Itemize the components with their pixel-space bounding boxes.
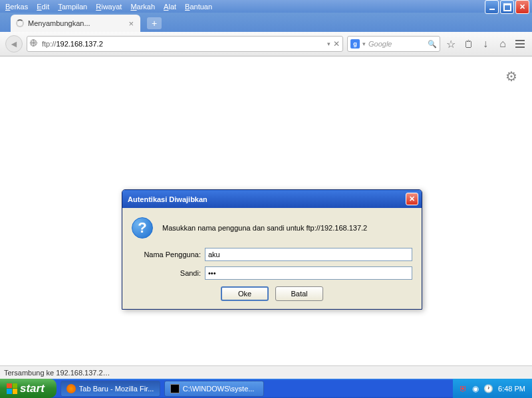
status-text: Tersambung ke 192.168.137.2… bbox=[4, 369, 110, 377]
search-engine-dropdown-icon[interactable]: ▾ bbox=[362, 41, 366, 47]
start-button[interactable]: start bbox=[0, 379, 57, 398]
stop-button[interactable]: ✕ bbox=[333, 39, 340, 49]
loading-spinner-icon bbox=[16, 19, 24, 27]
bookmark-star-icon[interactable]: ☆ bbox=[444, 37, 458, 50]
taskbar-clock[interactable]: 6:48 PM bbox=[498, 385, 525, 393]
question-icon: ? bbox=[132, 217, 153, 239]
new-tab-button[interactable]: + bbox=[147, 17, 162, 29]
dialog-close-button[interactable]: ✕ bbox=[406, 193, 418, 205]
tab-strip: Menyambungkan... × + bbox=[0, 13, 532, 32]
menu-markah[interactable]: Markah bbox=[130, 3, 155, 11]
browser-tab[interactable]: Menyambungkan... × bbox=[11, 15, 140, 32]
username-label: Nama Pengguna: bbox=[132, 250, 205, 258]
search-go-icon[interactable]: 🔍 bbox=[428, 40, 437, 49]
home-icon[interactable]: ⌂ bbox=[496, 37, 509, 50]
menu-berkas[interactable]: Berkas bbox=[5, 3, 28, 11]
dialog-titlebar[interactable]: Autentikasi Diwajibkan ✕ bbox=[122, 190, 422, 208]
window-close-button[interactable] bbox=[515, 0, 529, 14]
minimize-button[interactable] bbox=[485, 0, 499, 14]
password-label: Sandi: bbox=[132, 269, 205, 277]
status-bar: Tersambung ke 192.168.137.2… bbox=[0, 365, 532, 379]
tab-title: Menyambungkan... bbox=[28, 19, 123, 27]
tray-volume-icon[interactable]: 🕐 bbox=[483, 384, 493, 393]
dialog-title: Autentikasi Diwajibkan bbox=[126, 195, 406, 203]
tab-close-button[interactable]: × bbox=[127, 19, 135, 29]
maximize-button[interactable] bbox=[500, 0, 514, 14]
page-content: ⚙ Autentikasi Diwajibkan ✕ ? Masukkan na… bbox=[0, 56, 532, 375]
cancel-button[interactable]: Batal bbox=[275, 286, 323, 301]
menu-tampilan[interactable]: Tampilan bbox=[58, 3, 87, 11]
search-bar[interactable]: g ▾ Google 🔍 bbox=[347, 36, 440, 52]
auth-dialog: Autentikasi Diwajibkan ✕ ? Masukkan nama… bbox=[122, 189, 422, 310]
url-text: ftp://192.168.137.2 bbox=[42, 40, 325, 48]
ok-button[interactable]: Oke bbox=[221, 286, 269, 301]
firefox-icon bbox=[66, 384, 76, 393]
cmd-icon bbox=[170, 384, 180, 393]
downloads-icon[interactable]: ↓ bbox=[479, 37, 492, 50]
dialog-body: ? Masukkan nama pengguna dan sandi untuk… bbox=[122, 208, 422, 309]
dialog-overlay: Autentikasi Diwajibkan ✕ ? Masukkan nama… bbox=[0, 56, 532, 375]
menu-bantuan[interactable]: Bantuan bbox=[185, 3, 212, 11]
back-button[interactable]: ◄ bbox=[5, 35, 23, 52]
globe-icon: 🌐︎ bbox=[30, 39, 39, 49]
tray-network-icon[interactable]: ◉ bbox=[472, 384, 479, 393]
search-placeholder: Google bbox=[368, 40, 425, 48]
url-bar[interactable]: 🌐︎ ftp://192.168.137.2 ▾ ✕ bbox=[27, 36, 343, 52]
menu-bar: Berkas Edit Tampilan Riwayat Markah Alat… bbox=[0, 0, 532, 13]
window-controls bbox=[485, 0, 529, 14]
taskbar-item-firefox[interactable]: Tab Baru - Mozilla Fir... bbox=[61, 381, 160, 397]
system-tray: ⛨ ◉ 🕐 6:48 PM bbox=[453, 379, 532, 398]
browser-toolbar: ◄ 🌐︎ ftp://192.168.137.2 ▾ ✕ g ▾ Google … bbox=[0, 32, 532, 56]
clipboard-icon[interactable]: 📋︎ bbox=[462, 37, 475, 50]
username-input[interactable] bbox=[205, 248, 412, 261]
tray-shield-icon[interactable]: ⛨ bbox=[460, 384, 467, 393]
windows-logo-icon bbox=[7, 383, 17, 394]
taskbar-item-cmd[interactable]: C:\WINDOWS\syste... bbox=[164, 381, 264, 397]
taskbar: start Tab Baru - Mozilla Fir... C:\WINDO… bbox=[0, 379, 532, 398]
google-icon: g bbox=[350, 39, 360, 49]
dialog-message: Masukkan nama pengguna dan sandi untuk f… bbox=[162, 224, 412, 232]
password-input[interactable] bbox=[205, 266, 412, 280]
menu-riwayat[interactable]: Riwayat bbox=[96, 3, 122, 11]
menu-alat[interactable]: Alat bbox=[164, 3, 176, 11]
menu-hamburger-icon[interactable] bbox=[513, 40, 527, 48]
url-dropdown-icon[interactable]: ▾ bbox=[327, 41, 331, 47]
menu-edit[interactable]: Edit bbox=[37, 3, 49, 11]
